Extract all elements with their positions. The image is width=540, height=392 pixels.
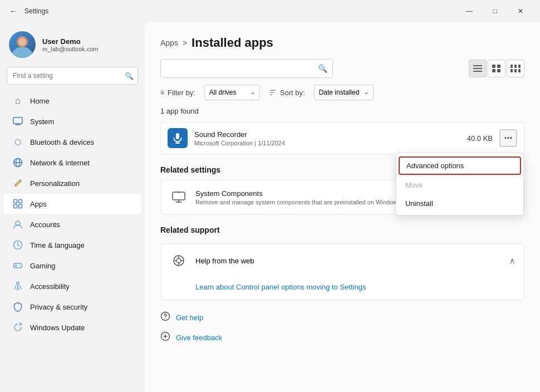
app-search-box[interactable]: sound 🔍 xyxy=(160,59,333,78)
sort-select-wrapper[interactable]: Date installed xyxy=(314,85,374,100)
close-button[interactable]: ✕ xyxy=(508,2,533,20)
sidebar-search-box[interactable]: 🔍 xyxy=(7,67,138,85)
svg-rect-40 xyxy=(173,192,185,200)
accessibility-icon xyxy=(12,281,23,292)
give-feedback-link[interactable]: Give feedback xyxy=(160,329,524,346)
app-search-icon: 🔍 xyxy=(318,64,327,73)
more-options-button[interactable]: ··· xyxy=(499,129,517,147)
apps-icon xyxy=(12,198,23,209)
sidebar-item-apps[interactable]: Apps xyxy=(3,194,141,214)
app-search-input[interactable]: sound xyxy=(160,59,333,78)
accounts-icon xyxy=(12,219,23,230)
sidebar-item-bluetooth[interactable]: ⬡ Bluetooth & devices xyxy=(3,132,141,152)
sidebar-item-update[interactable]: Windows Update xyxy=(3,317,141,337)
sidebar-item-system[interactable]: System xyxy=(3,111,141,131)
user-info: User Demo m_lab@outlook.com xyxy=(42,37,98,52)
user-name: User Demo xyxy=(42,37,98,46)
control-panel-link[interactable]: Learn about Control panel options moving… xyxy=(195,283,366,291)
filter-row: ≡ Filter by: All drives Sort by: Date in… xyxy=(160,85,524,100)
sidebar-item-personalization[interactable]: Personalization xyxy=(3,173,141,193)
svg-point-18 xyxy=(19,265,20,266)
svg-rect-29 xyxy=(514,65,517,68)
sort-label: Sort by: xyxy=(269,89,305,97)
svg-point-19 xyxy=(20,266,21,267)
sidebar-item-label-personalization: Personalization xyxy=(30,179,80,188)
filter-icon: ≡ xyxy=(160,89,164,96)
personalization-icon xyxy=(12,178,23,189)
dropdown-uninstall[interactable]: Uninstall xyxy=(396,194,523,213)
sort-select[interactable]: Date installed xyxy=(314,85,374,100)
breadcrumb-separator: > xyxy=(183,38,187,47)
svg-rect-27 xyxy=(497,69,500,72)
svg-rect-37 xyxy=(176,133,179,139)
maximize-button[interactable]: □ xyxy=(482,2,508,20)
svg-point-0 xyxy=(11,47,33,58)
svg-rect-33 xyxy=(518,69,521,72)
give-feedback-text: Give feedback xyxy=(176,334,222,342)
search-bar-row: sound 🔍 xyxy=(160,59,524,78)
time-icon xyxy=(12,239,23,251)
sidebar-item-label-network: Network & internet xyxy=(30,159,90,167)
app-size: 40.0 KB xyxy=(467,134,493,143)
filter-select-wrapper[interactable]: All drives xyxy=(204,85,260,100)
sidebar-item-label-system: System xyxy=(30,117,54,126)
system-components-icon xyxy=(170,188,188,206)
sidebar-item-label-time: Time & language xyxy=(30,241,85,249)
sidebar-item-privacy[interactable]: Privacy & security xyxy=(3,297,141,317)
sidebar-item-label-accounts: Accounts xyxy=(30,220,60,229)
help-from-web-chevron: ∧ xyxy=(509,256,515,265)
svg-point-51 xyxy=(165,318,166,319)
view-toggle xyxy=(469,60,524,77)
support-link-row: Learn about Control panel options moving… xyxy=(161,277,524,300)
user-profile[interactable]: User Demo m_lab@outlook.com xyxy=(0,22,145,65)
user-email: m_lab@outlook.com xyxy=(42,46,98,52)
sound-recorder-icon xyxy=(168,128,188,148)
help-from-web-header[interactable]: Help from the web ∧ xyxy=(161,244,524,277)
help-web-icon xyxy=(170,252,188,270)
filter-select[interactable]: All drives xyxy=(204,85,260,100)
breadcrumb-apps[interactable]: Apps xyxy=(160,38,178,47)
get-help-link[interactable]: Get help xyxy=(160,309,524,326)
dropdown-advanced-options[interactable]: Advanced options xyxy=(399,156,521,175)
app-list: Sound Recorder Microsoft Corporation | 1… xyxy=(160,122,524,154)
back-button[interactable]: ← xyxy=(7,4,20,18)
minimize-button[interactable]: — xyxy=(456,2,482,20)
grid2-view-button[interactable] xyxy=(488,60,505,77)
privacy-icon xyxy=(12,301,23,312)
sidebar-item-accessibility[interactable]: Accessibility xyxy=(3,276,141,296)
support-section: Help from the web ∧ Learn about Control … xyxy=(160,243,524,300)
svg-rect-30 xyxy=(518,65,521,68)
svg-rect-11 xyxy=(14,205,17,208)
svg-rect-41 xyxy=(177,192,180,193)
page-title: Installed apps xyxy=(192,36,273,50)
app-meta: Microsoft Corporation | 1/11/2024 xyxy=(194,140,467,146)
avatar xyxy=(9,31,36,58)
sidebar-item-network[interactable]: Network & internet xyxy=(3,153,141,173)
svg-rect-10 xyxy=(19,200,22,203)
get-help-text: Get help xyxy=(176,313,203,322)
svg-rect-3 xyxy=(13,117,22,124)
sidebar-item-label-privacy: Privacy & security xyxy=(30,303,87,311)
related-support-title: Related support xyxy=(160,226,524,234)
sidebar-item-accounts[interactable]: Accounts xyxy=(3,214,141,234)
sidebar-item-home[interactable]: ⌂ Home xyxy=(3,91,141,111)
footer-links: Get help Give feedback xyxy=(160,309,524,346)
get-help-icon xyxy=(160,311,170,324)
svg-rect-25 xyxy=(497,65,500,68)
list-view-button[interactable] xyxy=(469,60,487,77)
system-icon xyxy=(12,116,23,127)
grid3-view-button[interactable] xyxy=(507,60,524,77)
sidebar-item-label-gaming: Gaming xyxy=(30,262,56,270)
svg-rect-24 xyxy=(492,65,495,68)
sidebar-item-time[interactable]: Time & language xyxy=(3,235,141,255)
help-from-web-title: Help from the web xyxy=(195,257,502,265)
window-title: Settings xyxy=(24,7,48,15)
breadcrumb: Apps > Installed apps xyxy=(160,36,524,50)
app-date: 1/11/2024 xyxy=(258,140,285,146)
sidebar-item-label-apps: Apps xyxy=(30,200,47,208)
svg-point-2 xyxy=(18,38,26,46)
sidebar-item-gaming[interactable]: Gaming xyxy=(3,256,141,276)
sidebar-search-input[interactable] xyxy=(7,67,138,85)
nav-section: ⌂ Home System ⬡ Bluetooth & devices Netw… xyxy=(0,89,145,339)
app-name: Sound Recorder xyxy=(194,130,467,139)
